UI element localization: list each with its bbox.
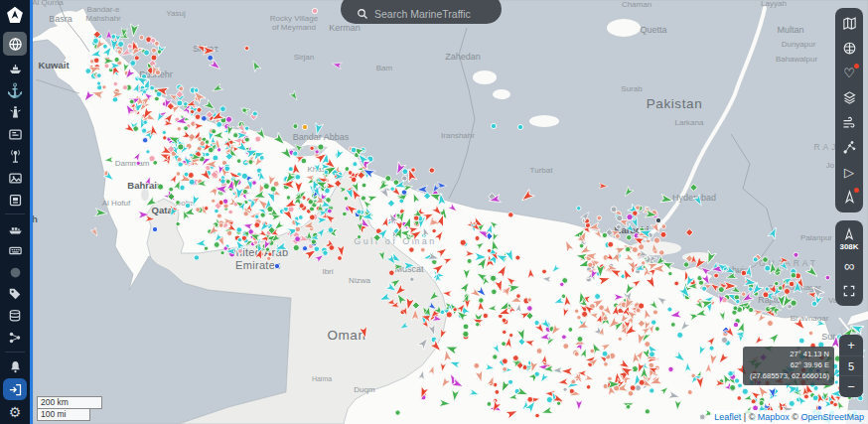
map-tools-group-2: 308K ∞ bbox=[835, 220, 863, 306]
attribution-link[interactable]: OpenStreetMap bbox=[800, 412, 864, 422]
sidebar-item-ports[interactable]: ⚓ bbox=[0, 79, 30, 101]
map-attribution: Leaflet | © Mapbox © OpenStreetMap bbox=[710, 410, 868, 424]
sidebar-item-port-calls[interactable] bbox=[0, 123, 30, 145]
sidebar-item-my-fleet[interactable] bbox=[0, 217, 30, 239]
fullscreen-button[interactable] bbox=[835, 278, 863, 303]
zoom-control: + 5 − bbox=[839, 335, 863, 397]
map-style-button[interactable] bbox=[835, 11, 863, 36]
marinetraffic-app: Al QurnaBasraBandar-e MahshahrYasujRocky… bbox=[0, 0, 868, 424]
weather-button[interactable] bbox=[835, 110, 863, 135]
sidebar-item-tags[interactable] bbox=[0, 283, 30, 305]
sidebar-item-data[interactable] bbox=[0, 239, 30, 261]
search-bar[interactable] bbox=[341, 0, 502, 24]
sidebar-item-datasets[interactable] bbox=[0, 305, 30, 327]
sidebar-item-stations[interactable] bbox=[0, 101, 30, 123]
sidebar-item-ais-antenna[interactable] bbox=[0, 145, 30, 167]
cursor-coordinates-box: 27° 41.13 N 62° 39.96 E (27.685573, 62.6… bbox=[743, 347, 834, 385]
projection-globe-button[interactable] bbox=[835, 36, 863, 61]
sidebar-item-sphere[interactable] bbox=[0, 261, 30, 283]
sidebar-item-live-map[interactable] bbox=[3, 32, 27, 56]
attribution-text: © bbox=[790, 412, 801, 422]
coords-lat: 27° 41.13 N bbox=[748, 350, 829, 360]
sidebar-item-settings[interactable]: ⚙ bbox=[0, 401, 30, 423]
left-sidebar: ⚓ bbox=[0, 0, 30, 424]
heart-icon: ♡ bbox=[843, 67, 855, 79]
notification-badge bbox=[854, 188, 859, 193]
zoom-in-button[interactable]: + bbox=[839, 335, 863, 355]
zoom-out-button[interactable]: − bbox=[839, 376, 863, 397]
sidebar-item-login[interactable] bbox=[3, 378, 27, 400]
sidebar-item-integrations[interactable] bbox=[0, 327, 30, 349]
gear-icon: ⚙ bbox=[9, 405, 22, 419]
vessel-arrow-icon bbox=[842, 227, 856, 241]
layers-button[interactable] bbox=[835, 85, 863, 110]
basemap-land bbox=[0, 0, 868, 424]
search-icon bbox=[357, 8, 368, 20]
vessel-filter-button[interactable] bbox=[835, 185, 863, 210]
routes-density-button[interactable] bbox=[835, 135, 863, 160]
anchor-icon: ⚓ bbox=[6, 83, 23, 97]
search-input[interactable] bbox=[374, 8, 486, 20]
sidebar-item-vessels[interactable] bbox=[0, 58, 30, 79]
notification-badge bbox=[854, 64, 859, 69]
play-icon: ▷ bbox=[844, 166, 854, 179]
favorites-heart-button[interactable]: ♡ bbox=[835, 61, 863, 85]
sidebar-item-photos[interactable] bbox=[0, 167, 30, 189]
sidebar-divider bbox=[5, 352, 25, 353]
scale-bar: 200 km 100 mi bbox=[37, 396, 102, 421]
fullscreen-icon bbox=[842, 284, 856, 298]
sidebar-accent-strip bbox=[30, 0, 33, 424]
coords-lon: 62° 39.96 E bbox=[748, 360, 829, 371]
sidebar-item-news[interactable] bbox=[0, 189, 30, 211]
live-map[interactable]: Al QurnaBasraBandar-e MahshahrYasujRocky… bbox=[0, 0, 868, 424]
infinity-button[interactable]: ∞ bbox=[835, 253, 863, 278]
scale-metric: 200 km bbox=[37, 396, 102, 409]
playback-button[interactable]: ▷ bbox=[835, 160, 863, 185]
zoom-level: 5 bbox=[839, 355, 863, 376]
vessel-count-button[interactable] bbox=[835, 223, 863, 245]
marinetraffic-logo[interactable] bbox=[0, 0, 30, 30]
scale-imperial: 100 mi bbox=[37, 409, 90, 421]
sidebar-item-notifications[interactable] bbox=[0, 355, 30, 377]
sidebar-divider bbox=[5, 213, 25, 214]
attribution-text: | © bbox=[741, 412, 757, 422]
map-tools-group: ♡ ▷ bbox=[835, 8, 863, 212]
infinity-icon: ∞ bbox=[844, 258, 855, 273]
coords-decimal: (27.685573, 62.666016) bbox=[748, 371, 829, 382]
attribution-link[interactable]: Leaflet bbox=[714, 412, 741, 422]
attribution-link[interactable]: Mapbox bbox=[758, 412, 790, 422]
